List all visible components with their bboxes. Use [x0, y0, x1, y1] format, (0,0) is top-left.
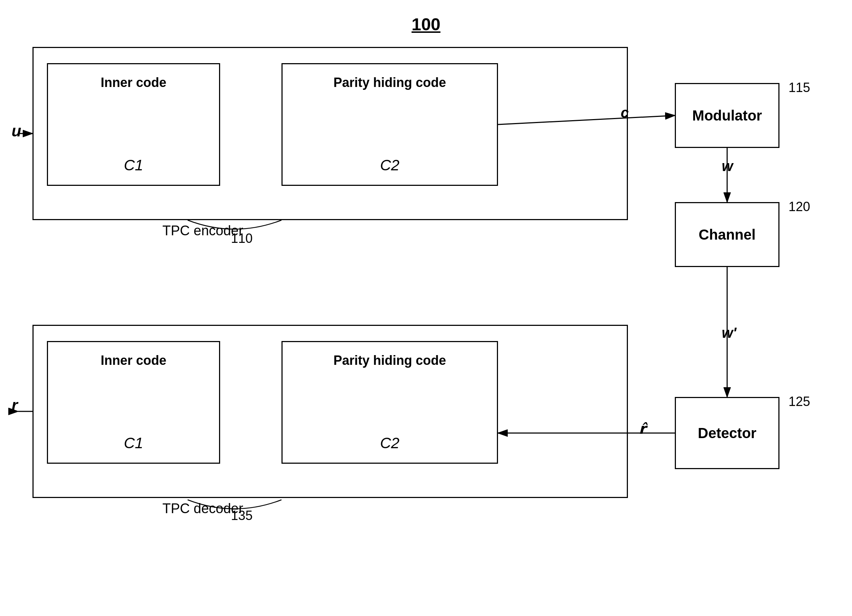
inner-code-encoder-box: Inner code C1 [47, 63, 220, 186]
parity-code-decoder-sublabel: C2 [380, 435, 399, 452]
modulator-box: Modulator [675, 83, 779, 148]
signal-c-label: c [621, 105, 628, 121]
diagram: 100 Inner code C1 [0, 0, 852, 616]
signal-w-prime-label: w' [722, 325, 737, 341]
signal-w-label: w [722, 158, 733, 174]
parity-code-encoder-sublabel: C2 [380, 157, 399, 174]
ref-120: 120 [789, 199, 810, 214]
ref-110: 110 [231, 231, 252, 246]
modulator-label: Modulator [692, 107, 762, 124]
inner-code-decoder-sublabel: C1 [124, 435, 143, 452]
parity-code-encoder-label: Parity hiding code [334, 75, 446, 90]
ref-135: 135 [231, 508, 252, 523]
ref-115: 115 [789, 80, 810, 95]
signal-u-label: u [12, 122, 21, 140]
inner-code-encoder-sublabel: C1 [124, 157, 143, 174]
channel-box: Channel [675, 202, 779, 267]
diagram-title: 100 [411, 14, 440, 34]
inner-code-decoder-box: Inner code C1 [47, 341, 220, 464]
channel-label: Channel [699, 226, 756, 243]
inner-code-decoder-label: Inner code [101, 353, 166, 368]
ref-125: 125 [789, 394, 810, 409]
detector-label: Detector [698, 425, 756, 441]
signal-r-hat-label: r̂ [639, 420, 646, 437]
inner-code-encoder-label: Inner code [101, 75, 166, 90]
detector-box: Detector [675, 397, 779, 469]
parity-code-decoder-label: Parity hiding code [334, 353, 446, 368]
signal-r-label: r [12, 396, 18, 414]
parity-code-encoder-box: Parity hiding code C2 [281, 63, 498, 186]
parity-code-decoder-box: Parity hiding code C2 [281, 341, 498, 464]
